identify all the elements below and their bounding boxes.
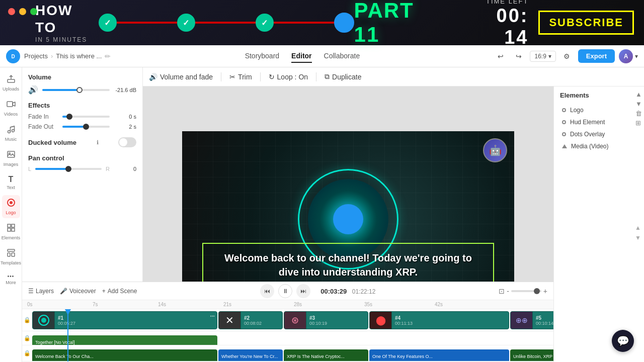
- sidebar-item-text[interactable]: T Text: [2, 172, 20, 193]
- vox-clip-5[interactable]: Unlike Bitcoin, XRP Is Not ...: [510, 349, 553, 361]
- voiceover-lock[interactable]: 🔒: [22, 350, 32, 356]
- scene-clip-2[interactable]: ✕ #2 00:08:02: [218, 311, 283, 329]
- scene-thumb-3: ⊛: [284, 312, 306, 329]
- vox-clip-2[interactable]: Whether You're New To Cr...: [218, 349, 283, 361]
- vox-clip-3[interactable]: XRP Is The Native Cryptoc...: [284, 349, 368, 361]
- ruler-14: 14s: [158, 302, 166, 307]
- vox-clip-2-label: Whether You're New To Cr...: [221, 354, 278, 359]
- zoom-out-icon[interactable]: -: [507, 287, 509, 295]
- templates-icon: [7, 248, 16, 259]
- ducked-toggle[interactable]: [118, 137, 136, 147]
- progress-step-1: ✓: [99, 14, 117, 32]
- element-dots-overlay[interactable]: Dots Overlay: [560, 128, 638, 140]
- add-scene-button[interactable]: + Add Scene: [102, 288, 137, 295]
- scene-track-lock[interactable]: 🔒: [22, 317, 32, 323]
- export-button[interactable]: Export: [578, 49, 615, 63]
- music-icon: [7, 125, 16, 136]
- ratio-value: 16:9: [534, 53, 546, 60]
- add-scene-label: Add Scene: [108, 288, 137, 295]
- redo-button[interactable]: ↪: [512, 49, 526, 63]
- panel-up-icon[interactable]: ▲: [635, 90, 642, 98]
- minimize-button[interactable]: [19, 8, 26, 15]
- vox-clip-5-label: Unlike Bitcoin, XRP Is Not ...: [513, 354, 553, 359]
- toolbar-trim[interactable]: ✂ Trim: [229, 73, 252, 81]
- user-avatar: A: [619, 49, 633, 63]
- sidebar-item-more[interactable]: ••• More: [2, 270, 20, 288]
- pause-button[interactable]: ⏸: [278, 284, 292, 298]
- playhead[interactable]: [67, 309, 68, 361]
- fade-out-slider[interactable]: [62, 126, 110, 128]
- audio-track-1-lock[interactable]: 🔒: [22, 335, 32, 341]
- video-avatar-corner: 🤖: [483, 138, 507, 162]
- app-bar-right: ↩ ↪ 16:9 ▾ ⚙ Export A ▾: [494, 49, 638, 63]
- top-banner: HOW TO IN 5 MINUTES ✓ ✓ ✓ PART 11 TIME L…: [0, 0, 644, 45]
- scroll-down-arrow[interactable]: ▼: [635, 234, 641, 241]
- tab-storyboard[interactable]: Storyboard: [245, 50, 279, 63]
- subscribe-button[interactable]: SUBSCRIBE: [538, 11, 634, 35]
- progress-step-2: ✓: [177, 14, 195, 32]
- svg-rect-11: [8, 224, 11, 227]
- pan-slider[interactable]: [35, 168, 102, 170]
- panel-delete-icon[interactable]: 🗑: [635, 110, 642, 117]
- settings-icon[interactable]: ⚙: [560, 49, 574, 63]
- chat-button[interactable]: 💬: [612, 330, 634, 352]
- sidebar-item-videos[interactable]: Videos: [2, 97, 20, 120]
- voiceover-button[interactable]: 🎤 Voiceover: [60, 288, 96, 295]
- nav-tabs: Storyboard Editor Collaborate: [115, 50, 490, 63]
- sidebar-item-images[interactable]: Images: [2, 147, 20, 170]
- timeline-area: ☰ Layers 🎤 Voiceover + Add Scene ⏮ ⏸ ⏭ 0…: [22, 282, 553, 362]
- next-button[interactable]: ⏭: [296, 284, 310, 298]
- text-icon: T: [9, 175, 14, 184]
- projects-link[interactable]: Projects: [24, 52, 48, 60]
- layers-button[interactable]: ☰ Layers: [28, 288, 54, 295]
- maximize-button[interactable]: [30, 8, 37, 15]
- element-media[interactable]: Media (Video): [560, 140, 638, 152]
- close-button[interactable]: [8, 8, 15, 15]
- svg-rect-17: [12, 253, 15, 256]
- video-subtitle-text: Welcome back to our channel! Today we're…: [213, 251, 483, 279]
- video-subtitle-box[interactable]: Welcome back to our channel! Today we're…: [202, 243, 494, 287]
- sidebar-item-templates[interactable]: Templates: [2, 245, 20, 268]
- volume-slider[interactable]: [42, 89, 110, 91]
- audio-clip-together[interactable]: Together [No Vocal]: [32, 335, 217, 345]
- toolbar-duplicate[interactable]: ⧉ Duplicate: [325, 72, 361, 81]
- sidebar-item-music[interactable]: Music: [2, 122, 20, 145]
- videos-label: Videos: [4, 112, 18, 117]
- undo-button[interactable]: ↩: [494, 49, 508, 63]
- user-menu[interactable]: A ▾: [619, 49, 638, 63]
- panel-down-icon[interactable]: ▼: [635, 100, 642, 108]
- element-hud[interactable]: Hud Element: [560, 116, 638, 128]
- element-logo[interactable]: Logo: [560, 104, 638, 116]
- project-name[interactable]: This is where ...: [56, 52, 102, 60]
- vox-clip-1[interactable]: Welcome Back To Our Cha...: [32, 349, 217, 361]
- sidebar-item-logo[interactable]: Logo: [2, 195, 20, 218]
- sidebar-item-elements[interactable]: Elements: [2, 220, 20, 243]
- toolbar-volume-fade[interactable]: 🔊 Volume and fade: [149, 73, 213, 81]
- zoom-slider[interactable]: [511, 290, 541, 292]
- tab-collaborate[interactable]: Collaborate: [324, 50, 360, 63]
- scene-clip-1[interactable]: #1 00:05:27 •••: [32, 311, 217, 329]
- toolbar-loop[interactable]: ↻ Loop : On: [269, 73, 308, 81]
- scroll-up-arrow[interactable]: ▲: [635, 224, 641, 231]
- ducked-title: Ducked volume: [28, 139, 76, 146]
- scene-clip-4[interactable]: ⬤ #4 00:11:13: [369, 311, 509, 329]
- part-title: PART 11: [354, 0, 446, 47]
- scene-thumb-1: [33, 312, 55, 329]
- sidebar-item-uploads[interactable]: Uploads: [2, 71, 20, 95]
- fade-in-slider[interactable]: [62, 116, 110, 118]
- images-label: Images: [4, 162, 19, 167]
- edit-project-icon[interactable]: ✏: [105, 52, 111, 60]
- vox-clip-4[interactable]: One Of The Key Features O...: [369, 349, 509, 361]
- tab-editor[interactable]: Editor: [291, 50, 311, 63]
- effects-title: Effects: [28, 102, 136, 109]
- fade-out-label: Fade Out: [28, 123, 58, 130]
- zoom-fit-icon[interactable]: ⊡: [499, 287, 505, 295]
- scene-clip-5[interactable]: ⊕⊕ #5 00:10:14: [510, 311, 553, 329]
- scene-clip-3[interactable]: ⊛ #3 00:10:19: [284, 311, 368, 329]
- panel-grid-icon[interactable]: ⊞: [635, 119, 642, 127]
- prev-button[interactable]: ⏮: [260, 284, 274, 298]
- pan-right-icon: R: [106, 166, 110, 172]
- zoom-in-icon[interactable]: +: [543, 287, 547, 295]
- toolbar-bar: 🔊 Volume and fade ✂ Trim ↻ Loop : On ⧉ D…: [143, 67, 644, 86]
- ratio-selector[interactable]: 16:9 ▾: [530, 51, 555, 62]
